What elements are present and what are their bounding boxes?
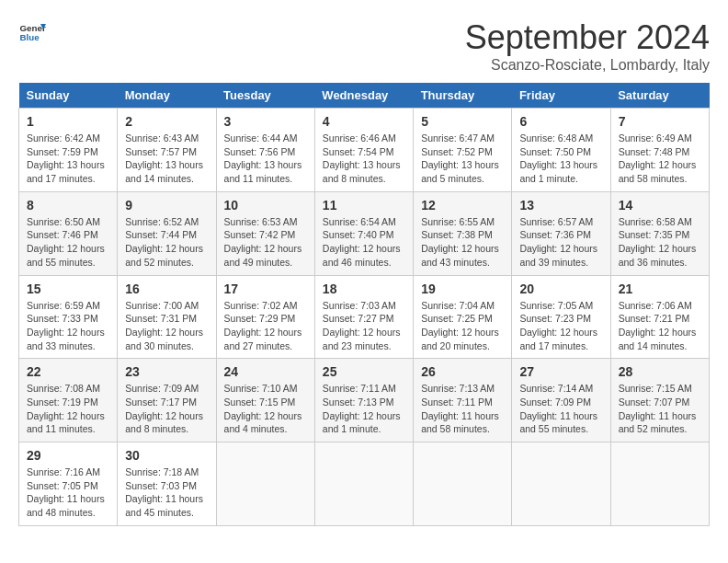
calendar-week-row: 1Sunrise: 6:42 AM Sunset: 7:59 PM Daylig…	[19, 109, 710, 192]
calendar-cell: 28Sunrise: 7:15 AM Sunset: 7:07 PM Dayli…	[610, 359, 709, 442]
day-info: Sunrise: 7:15 AM Sunset: 7:07 PM Dayligh…	[619, 382, 701, 436]
calendar-cell: 3Sunrise: 6:44 AM Sunset: 7:56 PM Daylig…	[216, 109, 314, 192]
day-number: 3	[224, 114, 307, 129]
day-header-friday: Friday	[512, 83, 610, 109]
day-number: 30	[125, 448, 208, 463]
calendar-cell: 1Sunrise: 6:42 AM Sunset: 7:59 PM Daylig…	[19, 109, 118, 192]
day-info: Sunrise: 6:47 AM Sunset: 7:52 PM Dayligh…	[421, 132, 504, 186]
day-info: Sunrise: 7:16 AM Sunset: 7:05 PM Dayligh…	[27, 465, 109, 520]
calendar-cell: 4Sunrise: 6:46 AM Sunset: 7:54 PM Daylig…	[314, 109, 413, 192]
day-info: Sunrise: 6:58 AM Sunset: 7:35 PM Dayligh…	[619, 215, 701, 270]
day-info: Sunrise: 6:53 AM Sunset: 7:42 PM Dayligh…	[224, 215, 307, 270]
day-info: Sunrise: 7:03 AM Sunset: 7:27 PM Dayligh…	[323, 299, 405, 353]
day-info: Sunrise: 6:43 AM Sunset: 7:57 PM Dayligh…	[125, 132, 208, 186]
calendar-cell: 26Sunrise: 7:13 AM Sunset: 7:11 PM Dayli…	[414, 359, 512, 442]
day-number: 22	[27, 364, 109, 379]
calendar-cell	[512, 442, 610, 526]
day-number: 11	[323, 198, 405, 213]
calendar-cell: 19Sunrise: 7:04 AM Sunset: 7:25 PM Dayli…	[414, 275, 512, 359]
calendar-cell: 22Sunrise: 7:08 AM Sunset: 7:19 PM Dayli…	[19, 359, 118, 442]
day-info: Sunrise: 7:14 AM Sunset: 7:09 PM Dayligh…	[519, 382, 602, 436]
day-info: Sunrise: 6:52 AM Sunset: 7:44 PM Dayligh…	[125, 215, 208, 270]
day-number: 1	[27, 114, 109, 129]
calendar-cell: 25Sunrise: 7:11 AM Sunset: 7:13 PM Dayli…	[314, 359, 413, 442]
day-info: Sunrise: 6:46 AM Sunset: 7:54 PM Dayligh…	[323, 132, 405, 186]
day-header-monday: Monday	[118, 83, 216, 109]
day-header-saturday: Saturday	[610, 83, 709, 109]
month-title: September 2024	[465, 18, 710, 57]
day-info: Sunrise: 6:44 AM Sunset: 7:56 PM Dayligh…	[224, 132, 307, 186]
day-info: Sunrise: 7:04 AM Sunset: 7:25 PM Dayligh…	[421, 299, 504, 353]
calendar-cell: 16Sunrise: 7:00 AM Sunset: 7:31 PM Dayli…	[118, 275, 216, 359]
day-number: 10	[224, 198, 307, 213]
day-number: 27	[519, 364, 602, 379]
day-number: 14	[619, 198, 701, 213]
calendar-cell	[314, 442, 413, 526]
day-info: Sunrise: 7:08 AM Sunset: 7:19 PM Dayligh…	[27, 382, 109, 436]
calendar-cell: 6Sunrise: 6:48 AM Sunset: 7:50 PM Daylig…	[512, 109, 610, 192]
calendar-week-row: 22Sunrise: 7:08 AM Sunset: 7:19 PM Dayli…	[19, 359, 710, 442]
day-info: Sunrise: 6:49 AM Sunset: 7:48 PM Dayligh…	[619, 132, 701, 186]
day-number: 13	[519, 198, 602, 213]
calendar-cell: 24Sunrise: 7:10 AM Sunset: 7:15 PM Dayli…	[216, 359, 314, 442]
calendar-week-row: 29Sunrise: 7:16 AM Sunset: 7:05 PM Dayli…	[19, 442, 710, 526]
day-info: Sunrise: 6:54 AM Sunset: 7:40 PM Dayligh…	[323, 215, 405, 270]
day-info: Sunrise: 7:11 AM Sunset: 7:13 PM Dayligh…	[323, 382, 405, 436]
calendar-cell: 7Sunrise: 6:49 AM Sunset: 7:48 PM Daylig…	[610, 109, 709, 192]
logo: General Blue	[18, 18, 46, 46]
calendar-cell: 12Sunrise: 6:55 AM Sunset: 7:38 PM Dayli…	[414, 191, 512, 275]
svg-text:Blue: Blue	[20, 32, 40, 42]
day-info: Sunrise: 7:00 AM Sunset: 7:31 PM Dayligh…	[125, 299, 208, 353]
calendar-cell: 2Sunrise: 6:43 AM Sunset: 7:57 PM Daylig…	[118, 109, 216, 192]
day-number: 4	[323, 114, 405, 129]
day-number: 29	[27, 448, 109, 463]
day-number: 23	[125, 364, 208, 379]
day-info: Sunrise: 6:55 AM Sunset: 7:38 PM Dayligh…	[421, 215, 504, 270]
day-header-tuesday: Tuesday	[216, 83, 314, 109]
calendar-cell: 23Sunrise: 7:09 AM Sunset: 7:17 PM Dayli…	[118, 359, 216, 442]
calendar-header-row: SundayMondayTuesdayWednesdayThursdayFrid…	[19, 83, 710, 109]
day-number: 6	[519, 114, 602, 129]
calendar-cell: 13Sunrise: 6:57 AM Sunset: 7:36 PM Dayli…	[512, 191, 610, 275]
calendar-cell	[414, 442, 512, 526]
day-info: Sunrise: 6:50 AM Sunset: 7:46 PM Dayligh…	[27, 215, 109, 270]
day-number: 17	[224, 282, 307, 296]
title-section: September 2024 Scanzo-Rosciate, Lombardy…	[465, 18, 710, 74]
calendar-cell: 20Sunrise: 7:05 AM Sunset: 7:23 PM Dayli…	[512, 275, 610, 359]
day-number: 12	[421, 198, 504, 213]
calendar-cell: 8Sunrise: 6:50 AM Sunset: 7:46 PM Daylig…	[19, 191, 118, 275]
day-number: 24	[224, 364, 307, 379]
day-info: Sunrise: 7:06 AM Sunset: 7:21 PM Dayligh…	[619, 299, 701, 353]
day-number: 7	[619, 114, 701, 129]
calendar-week-row: 8Sunrise: 6:50 AM Sunset: 7:46 PM Daylig…	[19, 191, 710, 275]
calendar-cell: 5Sunrise: 6:47 AM Sunset: 7:52 PM Daylig…	[414, 109, 512, 192]
day-number: 20	[519, 282, 602, 296]
calendar-cell: 27Sunrise: 7:14 AM Sunset: 7:09 PM Dayli…	[512, 359, 610, 442]
calendar-cell: 30Sunrise: 7:18 AM Sunset: 7:03 PM Dayli…	[118, 442, 216, 526]
day-number: 25	[323, 364, 405, 379]
location-title: Scanzo-Rosciate, Lombardy, Italy	[465, 57, 710, 74]
calendar-cell	[610, 442, 709, 526]
header: General Blue September 2024 Scanzo-Rosci…	[18, 18, 710, 74]
calendar-table: SundayMondayTuesdayWednesdayThursdayFrid…	[18, 83, 710, 526]
day-number: 16	[125, 282, 208, 296]
day-number: 8	[27, 198, 109, 213]
calendar-cell: 9Sunrise: 6:52 AM Sunset: 7:44 PM Daylig…	[118, 191, 216, 275]
day-number: 9	[125, 198, 208, 213]
day-info: Sunrise: 6:42 AM Sunset: 7:59 PM Dayligh…	[27, 132, 109, 186]
day-info: Sunrise: 6:59 AM Sunset: 7:33 PM Dayligh…	[27, 299, 109, 353]
day-number: 5	[421, 114, 504, 129]
calendar-cell: 15Sunrise: 6:59 AM Sunset: 7:33 PM Dayli…	[19, 275, 118, 359]
day-info: Sunrise: 7:09 AM Sunset: 7:17 PM Dayligh…	[125, 382, 208, 436]
calendar-cell: 29Sunrise: 7:16 AM Sunset: 7:05 PM Dayli…	[19, 442, 118, 526]
logo-icon: General Blue	[18, 18, 46, 46]
calendar-cell: 17Sunrise: 7:02 AM Sunset: 7:29 PM Dayli…	[216, 275, 314, 359]
calendar-cell	[216, 442, 314, 526]
calendar-cell: 11Sunrise: 6:54 AM Sunset: 7:40 PM Dayli…	[314, 191, 413, 275]
calendar-week-row: 15Sunrise: 6:59 AM Sunset: 7:33 PM Dayli…	[19, 275, 710, 359]
day-info: Sunrise: 7:02 AM Sunset: 7:29 PM Dayligh…	[224, 299, 307, 353]
day-info: Sunrise: 6:57 AM Sunset: 7:36 PM Dayligh…	[519, 215, 602, 270]
day-info: Sunrise: 7:18 AM Sunset: 7:03 PM Dayligh…	[125, 465, 208, 520]
day-info: Sunrise: 7:05 AM Sunset: 7:23 PM Dayligh…	[519, 299, 602, 353]
calendar-cell: 21Sunrise: 7:06 AM Sunset: 7:21 PM Dayli…	[610, 275, 709, 359]
